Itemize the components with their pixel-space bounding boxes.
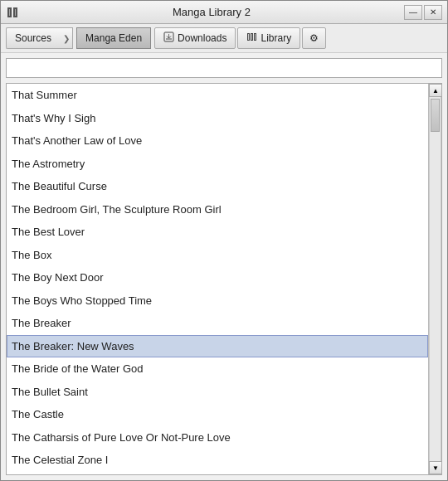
- svg-marker-5: [167, 34, 171, 38]
- minimize-button[interactable]: —: [404, 5, 422, 20]
- scrollbar-down-button[interactable]: ▼: [429, 461, 442, 474]
- list-item[interactable]: The Cherry Tree Correspondence: [7, 472, 428, 475]
- window-controls: — ✕: [404, 5, 442, 20]
- list-item[interactable]: The Box: [7, 244, 428, 267]
- list-item[interactable]: The Breaker: New Waves: [7, 335, 428, 358]
- app-icon: [6, 6, 19, 19]
- list-item[interactable]: The Breaker: [7, 312, 428, 335]
- list-item[interactable]: The Beautiful Curse: [7, 175, 428, 198]
- svg-rect-10: [248, 34, 249, 40]
- list-item[interactable]: The Boy Next Door: [7, 266, 428, 289]
- scrollbar-up-button[interactable]: ▲: [429, 84, 442, 97]
- settings-button[interactable]: ⚙: [302, 27, 326, 49]
- list-item[interactable]: That Summer: [7, 84, 428, 107]
- list-item[interactable]: The Castle: [7, 403, 428, 426]
- library-label: Library: [261, 32, 291, 44]
- downloads-button[interactable]: Downloads: [154, 27, 236, 49]
- content-area: That SummerThat's Why I SighThat's Anoth…: [1, 53, 447, 480]
- title-bar: Manga Library 2 — ✕: [1, 1, 447, 24]
- close-button[interactable]: ✕: [424, 5, 442, 20]
- svg-rect-3: [15, 9, 16, 16]
- list-item[interactable]: The Celestial Zone I: [7, 449, 428, 472]
- breadcrumb-arrow: ❯: [60, 27, 73, 49]
- scrollbar-groove[interactable]: [429, 97, 441, 461]
- sources-button[interactable]: Sources: [6, 27, 60, 49]
- library-button[interactable]: Library: [237, 27, 300, 49]
- search-bar[interactable]: [6, 58, 442, 78]
- svg-rect-11: [251, 34, 252, 40]
- manga-eden-button[interactable]: Manga Eden: [76, 27, 151, 49]
- list-item[interactable]: The Bedroom Girl, The Sculpture Room Gir…: [7, 198, 428, 221]
- list-item[interactable]: The Boys Who Stopped Time: [7, 289, 428, 313]
- list-item[interactable]: That's Why I Sigh: [7, 107, 428, 130]
- search-input[interactable]: [7, 59, 441, 77]
- svg-rect-12: [255, 34, 256, 40]
- list-item[interactable]: The Bride of the Water God: [7, 357, 428, 381]
- library-icon: [246, 32, 257, 45]
- manga-list-container: That SummerThat's Why I SighThat's Anoth…: [6, 83, 442, 475]
- list-item[interactable]: The Best Lover: [7, 221, 428, 244]
- window-title: Manga Library 2: [19, 6, 404, 18]
- svg-rect-2: [9, 9, 10, 16]
- list-item[interactable]: The Catharsis of Pure Love Or Not-Pure L…: [7, 426, 428, 449]
- downloads-label: Downloads: [178, 32, 226, 44]
- main-window: Manga Library 2 — ✕ Sources ❯ Manga Eden…: [0, 0, 448, 481]
- scrollbar[interactable]: ▲ ▼: [428, 84, 441, 474]
- toolbar: Sources ❯ Manga Eden Downloads: [1, 24, 447, 53]
- scrollbar-thumb[interactable]: [431, 99, 440, 132]
- list-item[interactable]: The Bullet Saint: [7, 381, 428, 404]
- manga-list: That SummerThat's Why I SighThat's Anoth…: [7, 84, 428, 474]
- list-item[interactable]: That's Another Law of Love: [7, 129, 428, 153]
- list-item[interactable]: The Astrometry: [7, 153, 428, 176]
- download-icon: [163, 32, 174, 45]
